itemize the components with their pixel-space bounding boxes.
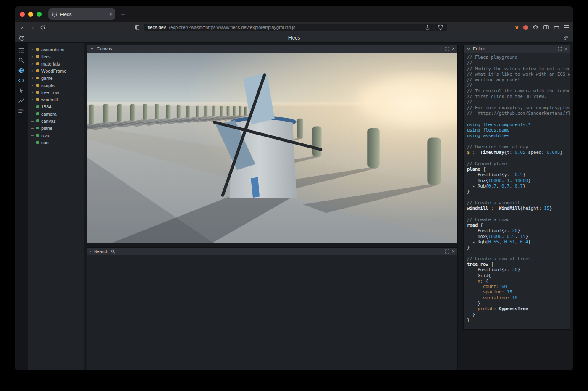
code-line xyxy=(467,138,567,144)
center-column: Canvas × xyxy=(87,45,458,370)
entity-kind-swatch xyxy=(36,77,39,79)
rail-hierarchy-icon[interactable] xyxy=(18,47,25,53)
code-line: count: 60 xyxy=(467,284,567,289)
forward-button[interactable]: › xyxy=(29,24,36,31)
new-tab-button[interactable]: + xyxy=(121,11,125,18)
browser-window: Flecs × + ‹ › flecs.dev/explorer/?wasm=h… xyxy=(15,6,573,370)
entity-kind-swatch xyxy=(36,62,39,65)
code-line: // Ground plane xyxy=(467,161,567,166)
expand-chevron-icon[interactable]: › xyxy=(31,76,34,80)
tree-item[interactable]: ›game xyxy=(28,74,84,82)
back-button[interactable]: ‹ xyxy=(19,24,26,31)
expand-chevron-icon[interactable]: › xyxy=(31,69,34,73)
share-button[interactable] xyxy=(425,24,430,30)
tree-item-label: tree_row xyxy=(41,90,59,95)
tree-item[interactable]: –canvas xyxy=(28,117,84,124)
fullscreen-icon[interactable] xyxy=(445,47,449,51)
tree-item[interactable]: ›scripts xyxy=(28,82,84,89)
reload-button[interactable] xyxy=(40,25,45,30)
tree-item[interactable]: ›flecs xyxy=(28,53,84,60)
tree-item-label: road xyxy=(41,133,50,138)
code-line: - Box{10000, 0.5, 15} xyxy=(467,234,567,239)
url-bar[interactable]: flecs.dev/explorer/?wasm=https://www.fle… xyxy=(144,24,447,31)
search-results-area[interactable] xyxy=(87,255,457,370)
collapse-chevron-icon[interactable] xyxy=(90,47,94,51)
rail-pointer-icon[interactable] xyxy=(18,87,25,94)
leaf-dash-icon: – xyxy=(31,140,34,145)
rail-search-icon[interactable] xyxy=(18,57,25,63)
3d-viewport[interactable] xyxy=(87,53,457,243)
code-line xyxy=(467,194,567,200)
zoom-window-button[interactable] xyxy=(37,12,42,17)
navigation-bar: ‹ › flecs.dev/explorer/?wasm=https://www… xyxy=(15,22,573,33)
entity-kind-swatch xyxy=(36,127,39,129)
close-window-button[interactable] xyxy=(20,12,25,17)
code-line: } xyxy=(467,301,567,306)
tree-item[interactable]: ›materials xyxy=(28,60,84,67)
tree-item[interactable]: –camera xyxy=(28,110,84,117)
code-line: using flecs.game xyxy=(467,127,567,133)
tree-item[interactable]: –sun xyxy=(28,139,84,146)
extension-red-button[interactable] xyxy=(523,25,528,30)
rail-code-icon[interactable] xyxy=(18,77,25,84)
tree-item-label: WoodFrame xyxy=(41,69,66,74)
entity-kind-swatch xyxy=(36,91,39,94)
tree-item[interactable]: ›tree_row xyxy=(28,89,84,96)
code-line: using flecs.components.* xyxy=(467,122,567,127)
code-line: - Position3{z: 30} xyxy=(467,267,567,272)
tree-item[interactable]: –1584 xyxy=(28,103,84,110)
menu-button[interactable] xyxy=(564,25,569,29)
rail-globe-icon[interactable] xyxy=(18,67,25,74)
code-line: - Grid{ xyxy=(467,273,567,278)
code-line: // Create a road xyxy=(467,217,567,222)
expand-chevron-icon[interactable]: › xyxy=(31,47,34,52)
expand-chevron-icon[interactable]: › xyxy=(31,83,34,87)
rail-stats-icon[interactable] xyxy=(18,107,25,114)
expand-chevron-icon[interactable]: › xyxy=(31,90,34,95)
code-line xyxy=(467,155,567,161)
code-line: variation: 10 xyxy=(467,295,567,301)
3d-scene xyxy=(87,53,457,243)
search-icon xyxy=(111,249,115,254)
wallet-panel-button[interactable] xyxy=(554,24,559,30)
leaf-dash-icon: – xyxy=(31,104,34,109)
code-line: } xyxy=(467,317,567,323)
code-line: tree_row { xyxy=(467,262,567,267)
tree-item[interactable]: ›windmill xyxy=(28,96,84,103)
editor-code[interactable]: // Flecs playground//// Modify the value… xyxy=(464,53,570,329)
tree-item-label: windmill xyxy=(41,97,58,102)
bookmark-sidebar-button[interactable] xyxy=(134,24,140,30)
close-panel-icon[interactable]: × xyxy=(452,46,455,51)
fullscreen-icon[interactable] xyxy=(558,47,562,51)
canvas-panel-title: Canvas xyxy=(97,46,112,51)
rail-chart-icon[interactable] xyxy=(18,97,25,104)
leaf-dash-icon: – xyxy=(31,133,34,137)
brave-shield-icon[interactable] xyxy=(438,24,444,30)
expand-chevron-icon[interactable]: › xyxy=(31,97,34,102)
fullscreen-icon[interactable] xyxy=(445,249,449,254)
expand-chevron-icon[interactable]: › xyxy=(31,61,34,66)
code-line: - Position3{z: 20} xyxy=(467,228,567,233)
entity-kind-swatch xyxy=(36,134,39,137)
tree-item[interactable]: ›WoodFrame xyxy=(28,67,84,74)
close-panel-icon[interactable]: × xyxy=(564,46,567,51)
permalink-icon[interactable] xyxy=(563,35,569,41)
close-panel-icon[interactable]: × xyxy=(452,249,455,254)
page-header: Flecs xyxy=(15,33,573,43)
extension-v-button[interactable]: V xyxy=(515,24,519,31)
browser-tab[interactable]: Flecs × xyxy=(48,8,116,20)
tree-item-label: game xyxy=(41,76,53,81)
tab-close-icon[interactable]: × xyxy=(109,11,112,17)
tree-item-label: flecs xyxy=(41,54,51,59)
extensions-puzzle-button[interactable] xyxy=(533,24,538,30)
tree-item[interactable]: –road xyxy=(28,132,84,139)
expand-chevron-icon[interactable]: › xyxy=(31,54,34,59)
sidebar-toggle-button[interactable] xyxy=(543,24,549,30)
tree-item[interactable]: –plane xyxy=(28,124,84,132)
collapse-chevron-icon[interactable] xyxy=(466,47,470,51)
code-line: // first click on the 3D view. xyxy=(467,94,567,99)
minimize-window-button[interactable] xyxy=(28,12,33,17)
tab-title: Flecs xyxy=(60,12,71,17)
code-line: windmill :- WindMill{height: 15} xyxy=(467,206,567,211)
tree-item[interactable]: ›assemblies xyxy=(28,46,84,53)
